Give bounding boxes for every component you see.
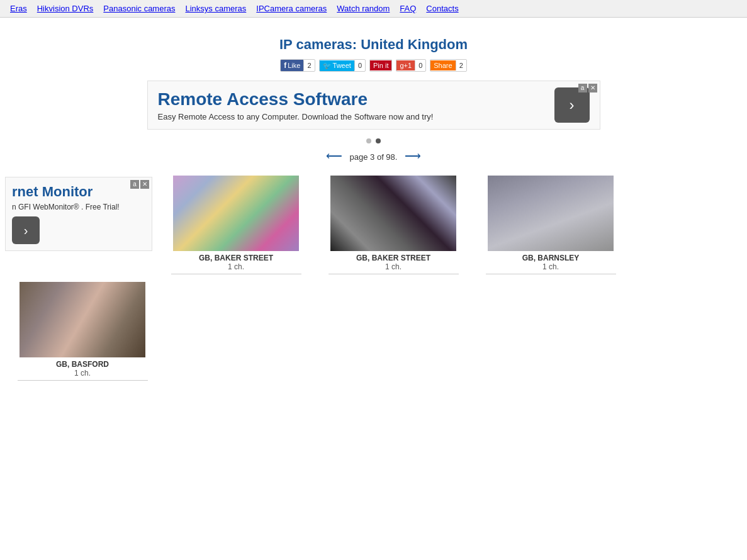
ad-title: Remote Access Software — [158, 89, 434, 109]
left-ad-close-a[interactable]: a — [130, 180, 139, 189]
left-ad-column: rnet Monitor n GFI WebMonitor® . Free Tr… — [0, 172, 157, 256]
ad-dot-2[interactable] — [376, 138, 381, 143]
top-ad-banner: Remote Access Software Easy Remote Acces… — [147, 81, 600, 130]
navigation-bar: Eras Hikvision DVRs Panasonic cameras Li… — [0, 0, 747, 18]
camera-divider-bottom-0 — [18, 380, 148, 381]
camera-location-0: GB, BAKER STREET — [164, 254, 308, 262]
camera-thumbnail-1 — [330, 176, 456, 251]
camera-item-1[interactable]: GB, BAKER STREET 1 ch. — [321, 176, 466, 274]
camera-item-2[interactable]: GB, BARNSLEY 1 ch. — [478, 176, 623, 274]
ad-arrow-button[interactable]: › — [554, 87, 590, 123]
page-info: page 3 of 98. — [350, 152, 398, 162]
camera-channels-2: 1 ch. — [478, 262, 623, 271]
ad-dot-1[interactable] — [366, 138, 371, 143]
camera-thumbnail-0 — [173, 176, 299, 251]
left-ad-banner: rnet Monitor n GFI WebMonitor® . Free Tr… — [5, 177, 152, 251]
nav-item-faq[interactable]: FAQ — [395, 3, 421, 14]
camera-grid-row: rnet Monitor n GFI WebMonitor® . Free Tr… — [0, 172, 747, 278]
main-content: IP cameras: United Kingdom f Like 2 🐦 Tw… — [0, 18, 747, 391]
camera-channels-1: 1 ch. — [321, 262, 466, 271]
left-ad-close: a ✕ — [130, 180, 149, 189]
ad-description: Easy Remote Access to any Computer. Down… — [158, 112, 434, 121]
ad-close-buttons: a ✕ — [578, 84, 597, 92]
nav-item-hikvision[interactable]: Hikvision DVRs — [32, 3, 99, 14]
nav-item-watch-random[interactable]: Watch random — [332, 3, 395, 14]
pagination-next[interactable]: ⟶ — [405, 149, 421, 163]
nav-item-contacts[interactable]: Contacts — [421, 3, 463, 14]
camera-divider-2 — [486, 274, 616, 274]
left-ad-arrow-button[interactable]: › — [12, 216, 40, 244]
camera-location-2: GB, BARNSLEY — [478, 254, 623, 262]
camera-location-bottom-0: GB, BASFORD — [10, 360, 155, 369]
twitter-tweet-button[interactable]: 🐦 Tweet 0 — [319, 59, 366, 72]
camera-divider-0 — [171, 274, 301, 274]
share-button[interactable]: Share 2 — [430, 59, 466, 72]
nav-item-eras[interactable]: Eras — [5, 3, 32, 14]
page-title-wrap: IP cameras: United Kingdom — [0, 36, 747, 53]
left-ad-title: rnet Monitor — [12, 184, 145, 200]
ad-close-x-button[interactable]: ✕ — [588, 84, 597, 92]
left-ad-close-x[interactable]: ✕ — [140, 180, 149, 189]
facebook-icon: f — [284, 61, 286, 70]
nav-item-panasonic[interactable]: Panasonic cameras — [98, 3, 180, 14]
camera-item-0[interactable]: GB, BAKER STREET 1 ch. — [164, 176, 308, 274]
camera-item-bottom-0[interactable]: GB, BASFORD 1 ch. — [10, 282, 155, 381]
camera-channels-bottom-0: 1 ch. — [10, 369, 155, 378]
nav-item-linksys[interactable]: Linksys cameras — [180, 3, 251, 14]
camera-location-1: GB, BAKER STREET — [321, 254, 466, 262]
camera-divider-1 — [329, 274, 459, 274]
page-title: IP cameras: United Kingdom — [0, 36, 747, 53]
facebook-like-button[interactable]: f Like 2 — [280, 59, 315, 72]
ad-close-button[interactable]: a — [578, 84, 587, 92]
ad-text: Remote Access Software Easy Remote Acces… — [158, 89, 434, 121]
bottom-camera-row: GB, BASFORD 1 ch. — [0, 278, 747, 384]
pagination-prev[interactable]: ⟵ — [326, 149, 342, 163]
nav-item-ipcamera[interactable]: IPCamera cameras — [251, 3, 332, 14]
camera-thumbnail-bottom-0 — [20, 282, 145, 357]
google-plus-button[interactable]: g+1 0 — [396, 59, 426, 72]
pinterest-pin-button[interactable]: Pin it — [369, 59, 392, 72]
camera-thumbnail-2 — [488, 176, 614, 251]
social-buttons: f Like 2 🐦 Tweet 0 Pin it g+1 0 Share — [0, 59, 747, 72]
left-ad-desc: n GFI WebMonitor® . Free Trial! — [12, 203, 145, 211]
twitter-icon: 🐦 — [323, 62, 332, 70]
camera-items: GB, BAKER STREET 1 ch. GB, BAKER STREET … — [157, 172, 747, 278]
pagination: ⟵ page 3 of 98. ⟶ — [0, 149, 747, 163]
camera-channels-0: 1 ch. — [164, 262, 308, 271]
ad-dots — [0, 136, 747, 145]
